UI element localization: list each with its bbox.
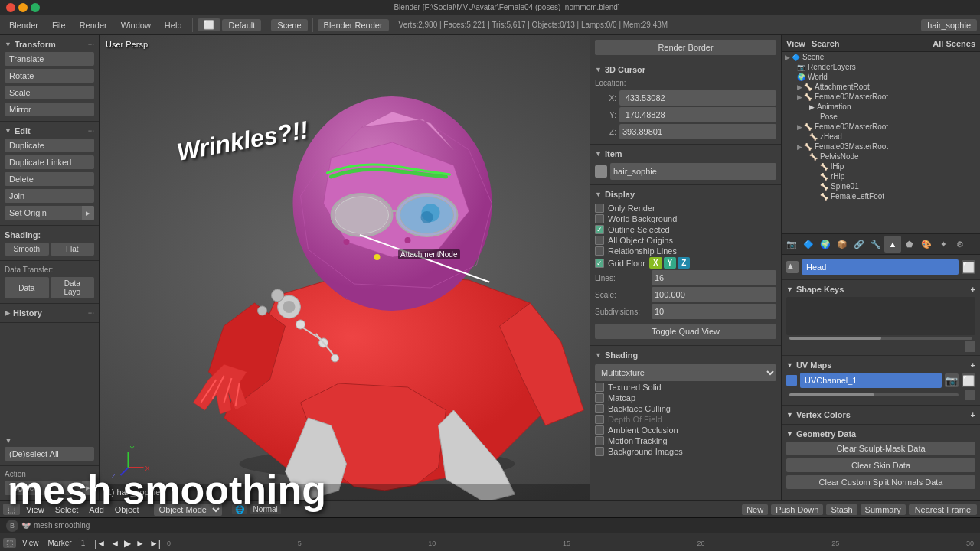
new-btn[interactable]: New xyxy=(742,504,768,515)
head-settings-btn[interactable]: ⬜ xyxy=(962,260,975,274)
tree-item-renderlayers[interactable]: 📷 RenderLayers xyxy=(782,62,980,72)
all-origins-checkbox[interactable] xyxy=(595,236,604,245)
stash-btn[interactable]: Stash xyxy=(826,504,857,515)
menu-window[interactable]: Window xyxy=(115,19,157,31)
shape-keys-settings-btn[interactable] xyxy=(965,341,975,352)
lines-input[interactable] xyxy=(652,270,776,285)
shading-header-rp[interactable]: ▼ Shading xyxy=(595,349,776,363)
background-images-checkbox[interactable] xyxy=(595,447,604,456)
props-constraints-icon[interactable]: 🔗 xyxy=(851,236,867,253)
shape-keys-slider[interactable] xyxy=(789,337,972,340)
tree-item-zhead[interactable]: 🦴 zHead xyxy=(782,132,980,142)
tree-item-attachmentroot[interactable]: ▶ 🦴 AttachmentRoot xyxy=(782,82,980,92)
timeline-play-btn[interactable]: ▶ xyxy=(124,538,131,549)
shape-keys-header[interactable]: ▼ Shape Keys + xyxy=(786,283,975,295)
set-origin-btn[interactable]: Set Origin ▸ xyxy=(5,206,94,220)
vertex-colors-header[interactable]: ▼ Vertex Colors + xyxy=(786,409,975,421)
delete-btn[interactable]: Delete xyxy=(5,172,94,186)
timeline-marker-btn[interactable]: Marker xyxy=(45,539,75,547)
timeline-prev-btn[interactable]: ◄ xyxy=(110,538,119,549)
z-axis-btn[interactable]: Z xyxy=(678,257,690,269)
matcap-checkbox[interactable] xyxy=(595,393,604,403)
set-origin-arrow-icon[interactable]: ▸ xyxy=(82,206,94,220)
select-menu-btn[interactable]: Select xyxy=(51,504,83,515)
tree-item-lhip[interactable]: 🦴 lHip xyxy=(782,161,980,171)
tree-item-female03root[interactable]: ▶ 🦴 Female03MasterRoot xyxy=(782,92,980,102)
y-axis-btn[interactable]: Y xyxy=(664,257,677,269)
outliner-search-btn[interactable]: Search xyxy=(812,39,840,48)
close-btn[interactable] xyxy=(6,3,15,12)
object-menu-btn[interactable]: Object xyxy=(110,504,144,515)
subdivisions-input[interactable] xyxy=(652,304,776,319)
rotate-btn[interactable]: Rotate xyxy=(5,69,94,83)
tree-item-pelvisnode[interactable]: 🦴 PelvisNode xyxy=(782,152,980,161)
props-material-icon[interactable]: ⬟ xyxy=(901,236,918,253)
props-data-icon[interactable]: ▲ xyxy=(884,236,901,253)
geometry-data-header[interactable]: ▼ Geometry Data xyxy=(786,428,975,440)
clear-skin-btn[interactable]: Clear Skin Data xyxy=(786,458,975,472)
cursor-y-input[interactable] xyxy=(619,107,776,122)
x-axis-btn[interactable]: X xyxy=(649,257,662,269)
timeline-icon[interactable]: ⬚ xyxy=(3,538,16,548)
smooth-btn[interactable]: Smooth xyxy=(5,243,49,256)
view-menu-btn[interactable]: View xyxy=(21,504,49,515)
nearest-frame-btn[interactable]: Nearest Frame xyxy=(909,504,977,515)
menu-file[interactable]: File xyxy=(46,19,72,31)
data-btn[interactable]: Data xyxy=(5,277,49,298)
timeline-start-btn[interactable]: |◄ xyxy=(94,538,106,549)
shape-keys-list[interactable] xyxy=(786,297,975,335)
history-header[interactable]: ▶ History ··· xyxy=(5,307,94,319)
toggle-btn[interactable]: Toggle ▸ xyxy=(5,481,94,495)
tree-item-female03root2[interactable]: ▶ 🦴 Female03MasterRoot xyxy=(782,122,980,132)
mode-default[interactable]: Default xyxy=(222,19,261,31)
uv-maps-header[interactable]: ▼ UV Maps + xyxy=(786,359,975,371)
viewport-3d[interactable]: X Y Z User Persp Wrinkles?!! AttachmentN… xyxy=(100,35,590,500)
current-frame-display[interactable]: 1 xyxy=(78,538,89,548)
props-scene-icon[interactable]: 🔷 xyxy=(800,236,817,253)
mode-select[interactable]: Object Mode xyxy=(154,504,222,516)
translate-btn[interactable]: Translate xyxy=(5,52,94,66)
summary-btn[interactable]: Summary xyxy=(861,504,906,515)
toggle-quad-btn[interactable]: Toggle Quad View xyxy=(595,324,776,339)
relationship-lines-checkbox[interactable] xyxy=(595,246,604,256)
motion-tracking-checkbox[interactable] xyxy=(595,436,604,445)
flat-btn[interactable]: Flat xyxy=(51,243,95,256)
add-menu-btn[interactable]: Add xyxy=(84,504,109,515)
props-particles-icon[interactable]: ✦ xyxy=(935,236,952,253)
tree-item-world[interactable]: 🌍 World xyxy=(782,72,980,82)
global-local-btn[interactable]: 🌐 xyxy=(232,504,247,514)
tree-item-spine01[interactable]: 🦴 Spine01 xyxy=(782,181,980,191)
tree-item-leftfoot[interactable]: 🦴 FemaleLeftFoot xyxy=(782,191,980,201)
editor-type[interactable]: ⬜ xyxy=(198,18,220,31)
props-texture-icon[interactable]: 🎨 xyxy=(918,236,935,253)
only-render-checkbox[interactable] xyxy=(595,204,604,213)
max-btn[interactable] xyxy=(31,3,40,12)
grid-floor-checkbox[interactable]: ✓ xyxy=(595,259,604,268)
vp-toolbar-icon[interactable]: ⬚ xyxy=(3,504,20,515)
engine-select[interactable]: Blender Render xyxy=(318,19,389,31)
head-name-input[interactable] xyxy=(802,259,959,275)
cursor-z-input[interactable] xyxy=(619,124,776,139)
toggle-arrow-icon[interactable]: ▸ xyxy=(82,481,94,495)
scale-btn[interactable]: Scale xyxy=(5,86,94,99)
clear-sculpt-btn[interactable]: Clear Sculpt-Mask Data xyxy=(786,442,975,455)
scale-input[interactable] xyxy=(652,287,776,302)
menu-help[interactable]: Help xyxy=(158,19,188,31)
normal-mode-btn[interactable]: Normal xyxy=(250,504,281,514)
duplicate-linked-btn[interactable]: Duplicate Linked xyxy=(5,155,94,169)
shading-mode-select[interactable]: Multitexture xyxy=(595,364,776,381)
tree-item-scene[interactable]: ▶ 🔷 Scene xyxy=(782,52,980,62)
menu-blender[interactable]: Blender xyxy=(3,19,44,31)
props-object-icon[interactable]: 📦 xyxy=(834,236,851,253)
props-physics-icon[interactable]: ⚙ xyxy=(952,236,969,253)
vertex-colors-add-btn[interactable]: + xyxy=(971,410,975,419)
shape-keys-add-btn[interactable]: + xyxy=(971,285,975,294)
deselect-btn[interactable]: (De)select All xyxy=(5,447,94,461)
tree-item-female03root3[interactable]: ▶ 🦴 Female03MasterRoot xyxy=(782,142,980,152)
world-bg-checkbox[interactable] xyxy=(595,214,604,223)
item-header[interactable]: ▼ Item xyxy=(595,148,776,161)
mirror-btn[interactable]: Mirror xyxy=(5,103,94,116)
transform-header[interactable]: ▼ Transform ··· xyxy=(5,38,94,51)
props-world-icon[interactable]: 🌍 xyxy=(817,236,834,253)
window-controls[interactable] xyxy=(6,3,40,12)
